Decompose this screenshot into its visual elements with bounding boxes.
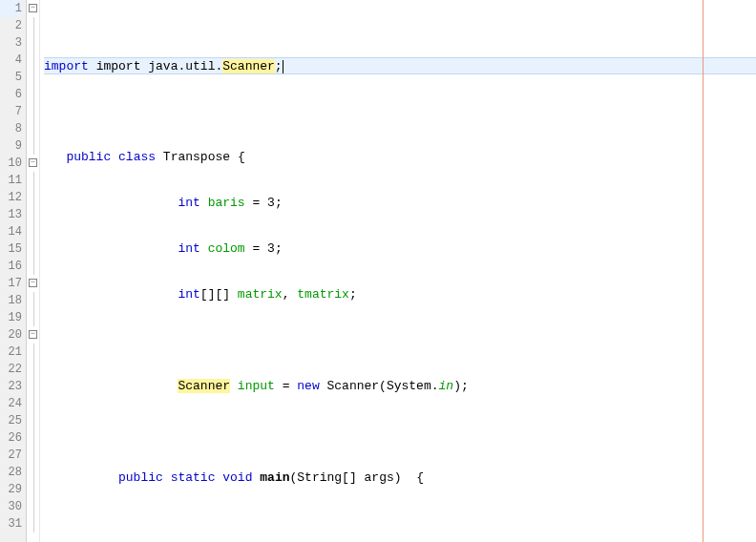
line-number: 7 bbox=[0, 103, 22, 120]
line-number: 21 bbox=[0, 344, 22, 361]
text-cursor bbox=[283, 60, 284, 73]
line-number: 15 bbox=[0, 240, 22, 258]
fold-cell[interactable] bbox=[27, 189, 39, 206]
fold-cell[interactable] bbox=[27, 137, 39, 155]
line-number: 25 bbox=[0, 412, 22, 429]
code-line-6[interactable]: int[][] matrix, tmatrix; bbox=[44, 286, 756, 303]
fold-cell[interactable] bbox=[27, 103, 39, 120]
line-number: 10 bbox=[0, 155, 22, 172]
line-number: 30 bbox=[0, 498, 22, 515]
fold-cell[interactable] bbox=[27, 258, 39, 275]
line-number: 27 bbox=[0, 447, 22, 464]
fold-cell[interactable]: − bbox=[27, 326, 39, 344]
code-line-9[interactable] bbox=[44, 424, 756, 441]
fold-cell[interactable] bbox=[27, 172, 39, 189]
fold-cell[interactable]: − bbox=[27, 275, 39, 292]
code-area[interactable]: import import java.util.Scanner; public … bbox=[40, 0, 756, 542]
code-line-2[interactable] bbox=[44, 103, 756, 120]
fold-cell[interactable] bbox=[27, 223, 39, 240]
line-number: 26 bbox=[0, 429, 22, 447]
highlighted-token: Scanner bbox=[222, 59, 275, 73]
fold-cell[interactable] bbox=[27, 240, 39, 258]
code-editor[interactable]: 1234567891011121314151617181920212223242… bbox=[0, 0, 756, 542]
fold-column[interactable]: −−−− bbox=[27, 0, 40, 542]
line-number-gutter: 1234567891011121314151617181920212223242… bbox=[0, 0, 27, 542]
fold-cell[interactable]: − bbox=[27, 0, 39, 17]
fold-cell[interactable] bbox=[27, 120, 39, 137]
fold-cell[interactable] bbox=[27, 344, 39, 361]
fold-cell[interactable]: − bbox=[27, 155, 39, 172]
fold-cell[interactable] bbox=[27, 292, 39, 309]
code-line-5[interactable]: int colom = 3; bbox=[44, 240, 756, 258]
code-line-1[interactable]: import import java.util.Scanner; bbox=[44, 57, 756, 74]
line-number: 8 bbox=[0, 120, 22, 137]
line-number: 22 bbox=[0, 361, 22, 378]
line-number: 4 bbox=[0, 52, 22, 69]
line-number: 13 bbox=[0, 206, 22, 223]
fold-cell[interactable] bbox=[27, 447, 39, 464]
line-number: 24 bbox=[0, 395, 22, 412]
fold-cell[interactable] bbox=[27, 412, 39, 429]
fold-cell[interactable] bbox=[27, 69, 39, 86]
fold-cell[interactable] bbox=[27, 515, 39, 532]
code-line-4[interactable]: int baris = 3; bbox=[44, 195, 756, 212]
fold-cell[interactable] bbox=[27, 86, 39, 103]
line-number: 2 bbox=[0, 17, 22, 34]
line-number: 5 bbox=[0, 69, 22, 86]
fold-cell[interactable] bbox=[27, 361, 39, 378]
line-number: 6 bbox=[0, 86, 22, 103]
fold-cell[interactable] bbox=[27, 395, 39, 412]
fold-cell[interactable] bbox=[27, 378, 39, 395]
keyword-import: import bbox=[44, 59, 89, 73]
fold-toggle-icon[interactable]: − bbox=[29, 279, 37, 287]
fold-cell[interactable] bbox=[27, 17, 39, 34]
line-number: 16 bbox=[0, 258, 22, 275]
fold-cell[interactable] bbox=[27, 464, 39, 481]
print-margin bbox=[703, 0, 704, 542]
line-number: 12 bbox=[0, 189, 22, 206]
fold-cell[interactable] bbox=[27, 34, 39, 52]
line-number: 28 bbox=[0, 464, 22, 481]
line-number: 23 bbox=[0, 378, 22, 395]
line-number: 17 bbox=[0, 275, 22, 292]
line-number: 29 bbox=[0, 481, 22, 498]
line-number: 1 bbox=[0, 0, 22, 17]
code-line-8[interactable]: Scanner input = new Scanner(System.in); bbox=[44, 378, 756, 395]
line-number: 3 bbox=[0, 34, 22, 52]
fold-cell[interactable] bbox=[27, 429, 39, 447]
fold-cell[interactable] bbox=[27, 52, 39, 69]
line-number: 18 bbox=[0, 292, 22, 309]
fold-toggle-icon[interactable]: − bbox=[29, 158, 37, 167]
line-number: 19 bbox=[0, 309, 22, 326]
fold-toggle-icon[interactable]: − bbox=[29, 330, 37, 339]
line-number: 14 bbox=[0, 223, 22, 240]
fold-toggle-icon[interactable]: − bbox=[29, 4, 37, 12]
code-line-7[interactable] bbox=[44, 332, 756, 349]
code-line-11[interactable] bbox=[44, 515, 756, 532]
fold-cell[interactable] bbox=[27, 481, 39, 498]
line-number: 31 bbox=[0, 515, 22, 532]
code-line-10[interactable]: public static void main(String[] args) { bbox=[44, 469, 756, 487]
line-number: 9 bbox=[0, 137, 22, 155]
code-line-3[interactable]: public class Transpose { bbox=[44, 149, 756, 166]
fold-cell[interactable] bbox=[27, 309, 39, 326]
fold-cell[interactable] bbox=[27, 498, 39, 515]
line-number: 20 bbox=[0, 326, 22, 344]
fold-cell[interactable] bbox=[27, 206, 39, 223]
line-number: 11 bbox=[0, 172, 22, 189]
